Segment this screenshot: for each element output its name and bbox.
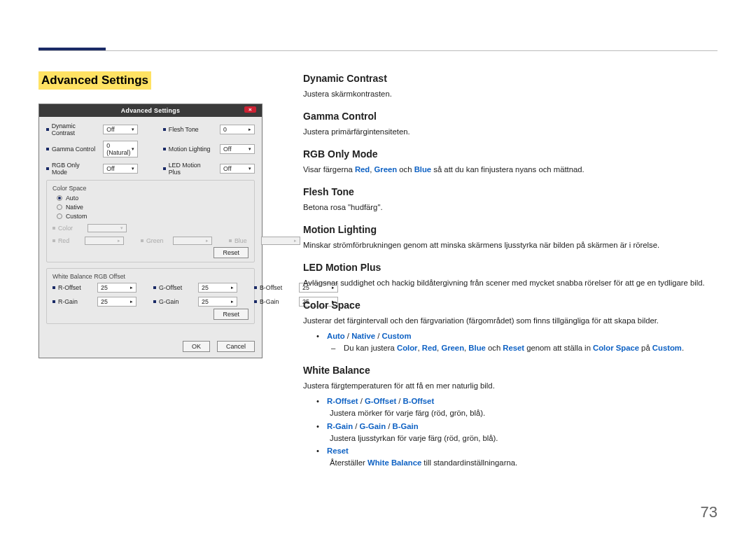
ok-button[interactable]: OK [183, 341, 210, 352]
list-desc: Justera ljusstyrkan för varje färg (röd,… [330, 433, 721, 445]
heading: Dynamic Contrast [303, 73, 721, 84]
color-space-group: Color Space Auto Native Custom Color ▾ R… [46, 180, 255, 262]
green-select: ▸ [173, 237, 212, 245]
sec-led-motion-plus: LED Motion Plus Avlägsnar suddighet och … [303, 262, 721, 289]
top-divider [38, 50, 718, 51]
radio-native[interactable]: Native [57, 204, 248, 211]
row-label: RGB Only Mode [52, 162, 96, 176]
body-text: Justera primärfärgintensiteten. [303, 126, 721, 138]
motion-lighting-select[interactable]: Off▾ [220, 144, 255, 154]
dynamic-contrast-select[interactable]: Off▾ [103, 125, 138, 134]
row-label: Gamma Control [52, 146, 95, 153]
row-label: LED Motion Plus [169, 162, 213, 176]
list-item: • Auto / Native / Custom [316, 330, 721, 342]
white-balance-group: White Balance RGB Offset R-Offset25▸ G-O… [46, 268, 255, 324]
flesh-tone-select[interactable]: 0▸ [220, 125, 255, 134]
body-text: Betona rosa "hudfärg". [303, 202, 721, 213]
sec-flesh-tone: Flesh Tone Betona rosa "hudfärg". [303, 186, 721, 213]
list-desc: Återställer White Balance till standardi… [330, 457, 721, 470]
reset-button[interactable]: Reset [214, 247, 248, 258]
blue-select: ▸ [261, 237, 300, 245]
heading: Gamma Control [303, 111, 721, 122]
heading: LED Motion Plus [303, 262, 721, 273]
heading: RGB Only Mode [303, 148, 721, 160]
radio-auto[interactable]: Auto [57, 195, 248, 202]
sub-list-item: – Du kan justera Color, Red, Green, Blue… [331, 342, 721, 355]
list-item: •R-Gain / G-Gain / B-Gain [316, 420, 721, 433]
heading: Motion Lighting [303, 224, 721, 235]
color-select: ▾ [88, 224, 127, 232]
list-item: •R-Offset / G-Offset / B-Offset [316, 395, 721, 407]
cancel-button[interactable]: Cancel [217, 341, 255, 352]
gamma-control-select[interactable]: 0 (Natural)▾ [103, 141, 138, 157]
r-offset-select[interactable]: 25▸ [97, 283, 136, 293]
heading: White Balance [303, 365, 721, 376]
advanced-settings-dialog: Advanced Settings × Dynamic Contrast Off… [38, 104, 262, 358]
reset-button[interactable]: Reset [214, 309, 248, 320]
body-text: Visar färgerna Red, Green och Blue så at… [303, 164, 721, 176]
body-text: Justera skärmkontrasten. [303, 88, 721, 100]
radio-custom[interactable]: Custom [57, 213, 248, 220]
group-title: Color Space [52, 185, 248, 192]
r-gain-select[interactable]: 25▸ [97, 297, 136, 307]
section-heading: Advanced Settings [38, 71, 151, 90]
row-label: Dynamic Contrast [52, 122, 97, 136]
chevron-right-icon: ▸ [248, 127, 251, 132]
sec-rgb-only: RGB Only Mode Visar färgerna Red, Green … [303, 148, 721, 176]
rgb-only-select[interactable]: Off▾ [103, 164, 138, 174]
close-icon[interactable]: × [244, 106, 256, 113]
body-text: Justerar det färgintervall och den färgv… [303, 315, 721, 327]
sec-dynamic-contrast: Dynamic Contrast Justera skärmkontrasten… [303, 73, 721, 100]
heading: Flesh Tone [303, 186, 721, 197]
chevron-down-icon: ▾ [132, 127, 134, 132]
body-text: Justera färgtemperaturen för att få en m… [303, 380, 721, 392]
group-title: White Balance RGB Offset [52, 273, 248, 280]
g-gain-select[interactable]: 25▸ [198, 297, 237, 307]
g-offset-select[interactable]: 25▸ [198, 283, 237, 293]
sec-gamma-control: Gamma Control Justera primärfärgintensit… [303, 111, 721, 138]
led-motion-plus-select[interactable]: Off▾ [220, 164, 255, 174]
dialog-title-bar: Advanced Settings × [39, 104, 262, 117]
row-label: Flesh Tone [169, 126, 199, 133]
sec-color-space: Color Space Justerar det färgintervall o… [303, 300, 721, 355]
list-desc: Justera mörker för varje färg (röd, grön… [330, 407, 721, 420]
heading: Color Space [303, 300, 721, 311]
dialog-title: Advanced Settings [121, 107, 180, 114]
sec-white-balance: White Balance Justera färgtemperaturen f… [303, 365, 721, 470]
red-select: ▸ [85, 237, 124, 245]
page-number: 73 [701, 503, 718, 521]
body-text: Avlägsnar suddighet och hackig bildåterg… [303, 277, 721, 289]
sec-motion-lighting: Motion Lighting Minskar strömförbrukning… [303, 224, 721, 251]
list-item: •Reset [316, 444, 721, 457]
accent-bar [38, 48, 106, 50]
row-label: Motion Lighting [169, 146, 211, 153]
body-text: Minskar strömförbrukningen genom att min… [303, 239, 721, 251]
